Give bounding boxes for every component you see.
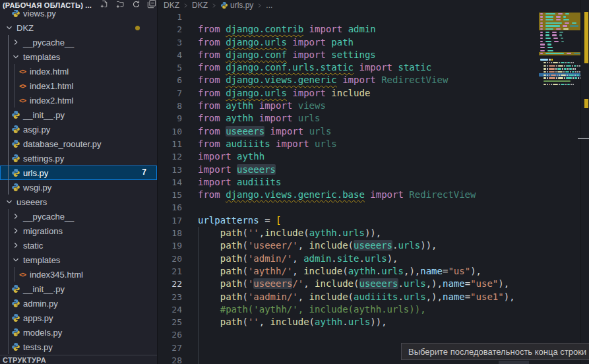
tree-file-admin-py[interactable]: admin.py <box>0 296 157 311</box>
collapse-all-button[interactable] <box>147 1 156 10</box>
tree-file--init-py[interactable]: __init__.py <box>0 107 157 122</box>
code-line-4[interactable]: 4from django.conf import settings <box>158 49 539 61</box>
explorer-section-header[interactable]: (РАБОЧАЯ ОБЛАСТЬ) ... <box>0 0 157 10</box>
code-area[interactable]: 12from django.contrib import admin3from … <box>158 11 539 364</box>
vscode-window: views.pyDKZ__pycache__templates<>index.h… <box>0 0 589 364</box>
chevron-down-icon <box>4 197 15 207</box>
code-line-24[interactable]: 24 #path('aythh/', include(aythh.urls)), <box>158 303 539 316</box>
line-number: 12 <box>158 150 182 163</box>
code-line-8[interactable]: 8from aythh import views <box>158 100 539 112</box>
tree-file-apps-py[interactable]: apps.py <box>0 311 157 325</box>
refresh-button[interactable] <box>131 1 140 10</box>
tree-file-index-html[interactable]: <>index.html <box>0 64 157 78</box>
minimap-token <box>543 25 545 26</box>
breadcrumb-item-dkz[interactable]: DKZ <box>192 1 208 10</box>
tree-item-label: apps.py <box>23 313 53 323</box>
code-token: , <box>292 266 303 276</box>
code-line-6[interactable]: 6from django.views.generic import Redire… <box>158 74 539 86</box>
minimap-token <box>543 28 545 30</box>
code-line-21[interactable]: 21 path('aythh/', include(aythh.urls,),n… <box>158 265 539 278</box>
minimap-token <box>572 71 574 73</box>
code-line-12[interactable]: 12import aythh <box>158 150 539 163</box>
code-line-3[interactable]: 3from django.urls import path <box>158 36 539 49</box>
line-content: import audiiits <box>182 176 281 189</box>
tree-folder-migrations[interactable]: migrations <box>0 224 157 238</box>
code-line-14[interactable]: 14import audiiits <box>158 176 539 189</box>
tree-file-index1-html[interactable]: <>index1.html <box>0 78 157 93</box>
code-line-10[interactable]: 10from useeers import urls <box>158 125 539 138</box>
new-folder-button[interactable] <box>115 1 125 10</box>
code-line-13[interactable]: 13import useeers <box>158 164 539 176</box>
tree-file-settings-py[interactable]: settings.py <box>0 151 157 166</box>
tree-file-asgi-py[interactable]: asgi.py <box>0 122 157 136</box>
new-file-button[interactable] <box>100 1 109 10</box>
minimap-token <box>559 84 560 85</box>
minimap-token <box>556 77 557 78</box>
code-token: ( <box>309 317 315 327</box>
minimap-token <box>563 28 569 30</box>
breadcrumb-item-urls-py[interactable]: urls.py <box>220 1 253 10</box>
code-line-26[interactable]: 26 <box>158 328 539 341</box>
minimap-token <box>559 38 560 39</box>
breadcrumb-item-dkz[interactable]: DKZ <box>164 1 179 10</box>
code-line-16[interactable]: 16 <box>158 201 539 214</box>
code-line-9[interactable]: 9from aythh import urls <box>158 112 539 125</box>
minimap-token <box>549 84 550 85</box>
code-line-11[interactable]: 11from audiiits import urls <box>158 138 539 150</box>
tree-folder--pycache-[interactable]: __pycache__ <box>0 209 157 224</box>
code-token: import <box>198 164 232 175</box>
tree-folder-dkz[interactable]: DKZ <box>0 20 157 35</box>
code-line-19[interactable]: 19 path('useeer/', include(useeers.urls)… <box>158 239 539 252</box>
code-line-25[interactable]: 25 path('', include(aythh.urls)), <box>158 316 539 328</box>
minimap-token <box>543 38 545 39</box>
tree-folder-static[interactable]: static <box>0 238 157 253</box>
minimap[interactable] <box>539 0 581 364</box>
minimap-token <box>545 44 547 45</box>
python-file-icon <box>11 182 21 193</box>
code-line-7[interactable]: 7from django.urls import include <box>158 87 539 100</box>
code-line-1[interactable]: 1 <box>158 11 539 23</box>
tree-folder--pycache-[interactable]: __pycache__ <box>0 35 157 49</box>
tree-file--init-py[interactable]: __init__.py <box>0 282 157 296</box>
tree-file-models-py[interactable]: models.py <box>0 325 157 340</box>
breadcrumb-separator-icon <box>210 2 218 9</box>
tree-file-wsgi-py[interactable]: wsgi.py <box>0 180 157 195</box>
outline-section-header[interactable]: СТРУКТУРА <box>0 355 157 364</box>
tree-item-label: index345.html <box>30 270 83 280</box>
tree-folder-useeers[interactable]: useeers <box>0 195 157 209</box>
minimap-token <box>551 59 553 60</box>
code-line-2[interactable]: 2from django.contrib import admin <box>158 23 539 36</box>
minimap-token <box>561 75 566 76</box>
breadcrumb-item--[interactable]: ... <box>266 1 272 10</box>
tree-file-index2-html[interactable]: <>index2.html <box>0 93 157 107</box>
tree-item-label: templates <box>23 255 60 265</box>
tree-folder-templates[interactable]: templates <box>0 253 157 267</box>
overview-ruler-scrollbar[interactable] <box>580 0 589 364</box>
minimap-token <box>549 62 550 63</box>
code-token: useeers <box>359 278 398 289</box>
code-line-17[interactable]: 17urlpatterns = [ <box>158 214 539 227</box>
code-token: , <box>426 278 431 289</box>
code-token: ( <box>242 253 247 264</box>
statusbar-eol-item[interactable] <box>499 361 529 364</box>
code-line-18[interactable]: 18 path('',include(aythh.urls)), <box>158 227 539 239</box>
code-token: = <box>465 291 470 302</box>
code-token <box>220 88 226 98</box>
tree-file-urls-py[interactable]: urls.py7 <box>0 166 157 180</box>
code-line-15[interactable]: 15from django.views.generic.base import … <box>158 189 539 201</box>
code-line-20[interactable]: 20 path('admin/', admin.site.urls), <box>158 253 539 265</box>
code-line-23[interactable]: 23 path('aadmin/', include(audiiits.urls… <box>158 291 539 303</box>
code-token: ) <box>431 291 437 302</box>
tree-file-database-roouter-py[interactable]: database_roouter.py <box>0 136 157 151</box>
code-line-5[interactable]: 5from django.conf.urls.static import sta… <box>158 61 539 74</box>
minimap-token <box>540 34 543 36</box>
tree-file-index345-html[interactable]: <>index345.html <box>0 267 157 282</box>
code-token: , <box>381 317 387 327</box>
line-content: path('',include(aythh.urls)), <box>182 227 381 239</box>
code-token: settings <box>331 49 375 60</box>
tree-file-tests-py[interactable]: tests.py <box>0 340 157 354</box>
python-file-icon <box>220 1 228 9</box>
code-line-22[interactable]: 22 path('useeers/', include(useeers.urls… <box>158 278 539 290</box>
minimap-token <box>540 38 543 39</box>
tree-folder-templates[interactable]: templates <box>0 49 157 64</box>
